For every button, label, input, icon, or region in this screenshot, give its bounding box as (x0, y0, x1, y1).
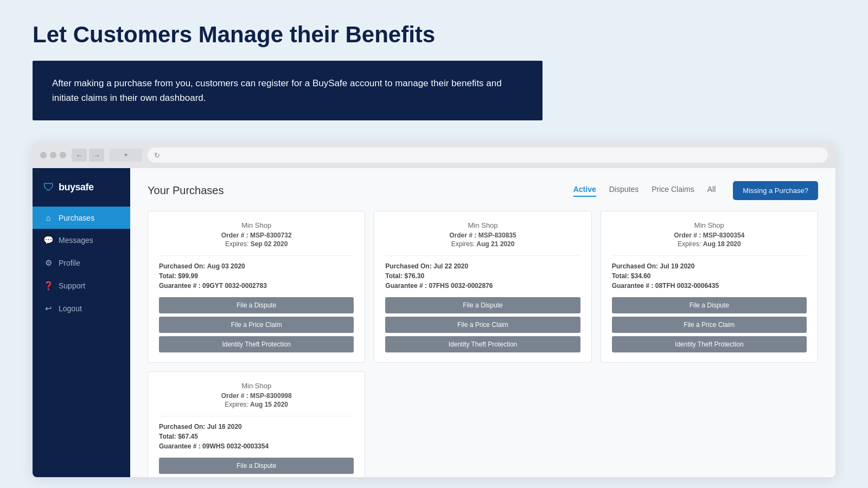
sidebar-item-profile[interactable]: ⚙ Profile (33, 252, 130, 274)
profile-icon: ⚙ (43, 258, 53, 268)
identity-theft-btn-3[interactable]: Identity Theft Protection (612, 336, 807, 352)
expires-date-2: Aug 21 2020 (476, 240, 514, 248)
card-total-1: Total: $99.99 (159, 272, 354, 280)
browser-dots (40, 152, 66, 158)
purchase-card-4: Min Shop Order # : MSP-8300998 Expires: … (148, 371, 365, 477)
purchase-card-2: Min Shop Order # : MSP-830835 Expires: A… (374, 211, 591, 363)
total-val-4: $67.45 (178, 433, 198, 440)
dot-green (60, 152, 66, 158)
tab-active[interactable]: Active (573, 185, 596, 197)
logout-icon: ↩ (43, 304, 53, 313)
main-title: Let Customers Manage their Benefits (33, 22, 835, 48)
sidebar-label-logout: Logout (59, 304, 82, 313)
card-order-1: Order # : MSP-8300732 (159, 232, 354, 239)
identity-theft-btn-2[interactable]: Identity Theft Protection (385, 336, 580, 352)
top-section: Let Customers Manage their Benefits Afte… (0, 0, 868, 120)
card-shop-2: Min Shop (385, 221, 580, 229)
browser-nav: ← → (72, 149, 104, 162)
total-val-2: $76.30 (404, 272, 424, 280)
expires-date-3: Aug 18 2020 (703, 240, 741, 248)
card-expires-1: Expires: Sep 02 2020 (159, 240, 354, 248)
file-dispute-btn-1[interactable]: File a Dispute (159, 297, 354, 313)
card-purchased-3: Purchased On: Jul 19 2020 (612, 262, 807, 270)
purchased-on-val-2: Jul 22 2020 (433, 262, 468, 270)
sidebar-item-support[interactable]: ❓ Support (33, 274, 130, 297)
expires-date-1: Sep 02 2020 (251, 240, 288, 248)
description-text: After making a purchase from you, custom… (52, 76, 523, 105)
card-guarantee-3: Guarantee # : 08TFH 0032-0006435 (612, 282, 807, 290)
sidebar-item-messages[interactable]: 💬 Messages (33, 229, 130, 252)
guarantee-val-2: 07FHS 0032-0002876 (429, 282, 493, 290)
card-total-2: Total: $76.30 (385, 272, 580, 280)
file-dispute-btn-3[interactable]: File a Dispute (612, 297, 807, 313)
address-bar[interactable]: ↻ (148, 147, 828, 163)
order-label-1: Order # : (221, 232, 248, 239)
tabs: Active Disputes Price Claims All (573, 185, 716, 197)
price-claim-btn-1[interactable]: File a Price Claim (159, 317, 354, 333)
tab-disputes[interactable]: Disputes (609, 185, 639, 197)
logo-text: buysafe (59, 182, 94, 193)
price-claim-btn-3[interactable]: File a Price Claim (612, 317, 807, 333)
card-actions-4: File a Dispute File a Price Claim (159, 458, 354, 477)
card-actions-1: File a Dispute File a Price Claim Identi… (159, 297, 354, 352)
card-expires-2: Expires: Aug 21 2020 (385, 240, 580, 248)
price-claim-btn-2[interactable]: File a Price Claim (385, 317, 580, 333)
card-purchased-1: Purchased On: Aug 03 2020 (159, 262, 354, 270)
card-actions-3: File a Dispute File a Price Claim Identi… (612, 297, 807, 352)
card-divider-4 (159, 416, 354, 416)
tab-price-claims[interactable]: Price Claims (652, 185, 694, 197)
sidebar-item-logout[interactable]: ↩ Logout (33, 297, 130, 320)
card-guarantee-2: Guarantee # : 07FHS 0032-0002876 (385, 282, 580, 290)
sidebar-nav: ⌂ Purchases 💬 Messages ⚙ Profile ❓ Suppo… (33, 207, 130, 320)
card-divider-1 (159, 255, 354, 256)
expires-date-4: Aug 15 2020 (250, 401, 288, 408)
order-num-4: MSP-8300998 (250, 392, 292, 400)
card-order-3: Order # : MSP-8300354 (612, 232, 807, 239)
card-divider-3 (612, 255, 807, 256)
forward-button[interactable]: → (89, 149, 104, 162)
card-total-4: Total: $67.45 (159, 433, 354, 440)
support-icon: ❓ (43, 281, 53, 291)
purchased-on-val-4: Jul 16 2020 (207, 423, 242, 431)
identity-theft-btn-1[interactable]: Identity Theft Protection (159, 336, 354, 352)
guarantee-val-1: 09GYT 0032-0002783 (202, 282, 267, 290)
messages-icon: 💬 (43, 235, 53, 245)
card-purchased-2: Purchased On: Jul 22 2020 (385, 262, 580, 270)
card-expires-4: Expires: Aug 15 2020 (159, 401, 354, 408)
missing-purchase-button[interactable]: Missing a Purchase? (733, 181, 818, 200)
card-total-3: Total: $34.60 (612, 272, 807, 280)
file-dispute-btn-4[interactable]: File a Dispute (159, 458, 354, 474)
card-actions-2: File a Dispute File a Price Claim Identi… (385, 297, 580, 352)
card-expires-3: Expires: Aug 18 2020 (612, 240, 807, 248)
order-label-4: Order # : (221, 392, 248, 400)
purchase-card-3: Min Shop Order # : MSP-8300354 Expires: … (601, 211, 818, 363)
main-content: Your Purchases Active Disputes Price Cla… (130, 168, 835, 477)
sidebar-label-purchases: Purchases (59, 214, 94, 222)
card-order-2: Order # : MSP-830835 (385, 232, 580, 239)
card-purchased-4: Purchased On: Jul 16 2020 (159, 423, 354, 431)
purchases-header: Your Purchases Active Disputes Price Cla… (148, 181, 818, 200)
card-order-4: Order # : MSP-8300998 (159, 392, 354, 400)
sidebar-logo: 🛡 buysafe (33, 181, 130, 207)
sidebar-item-purchases[interactable]: ⌂ Purchases (33, 207, 130, 229)
total-val-1: $99.99 (178, 272, 198, 280)
sidebar-label-support: Support (59, 281, 85, 290)
guarantee-val-3: 08TFH 0032-0006435 (655, 282, 719, 290)
tab-all[interactable]: All (707, 185, 716, 197)
browser-tab[interactable]: + (110, 149, 142, 162)
dot-yellow (50, 152, 56, 158)
guarantee-val-4: 09WHS 0032-0003354 (202, 442, 269, 450)
order-num-1: MSP-8300732 (250, 232, 292, 239)
purchases-grid: Min Shop Order # : MSP-8300732 Expires: … (148, 211, 818, 477)
card-guarantee-1: Guarantee # : 09GYT 0032-0002783 (159, 282, 354, 290)
browser-mockup: ← → + ↻ 🛡 buysafe ⌂ Purchases 💬 Mes (33, 142, 835, 477)
order-num-3: MSP-8300354 (703, 232, 745, 239)
sidebar: 🛡 buysafe ⌂ Purchases 💬 Messages ⚙ Profi… (33, 168, 130, 477)
card-guarantee-4: Guarantee # : 09WHS 0032-0003354 (159, 442, 354, 450)
app-layout: 🛡 buysafe ⌂ Purchases 💬 Messages ⚙ Profi… (33, 168, 835, 477)
back-button[interactable]: ← (72, 149, 87, 162)
logo-icon: 🛡 (43, 181, 54, 194)
card-shop-3: Min Shop (612, 221, 807, 229)
file-dispute-btn-2[interactable]: File a Dispute (385, 297, 580, 313)
card-divider-2 (385, 255, 580, 256)
